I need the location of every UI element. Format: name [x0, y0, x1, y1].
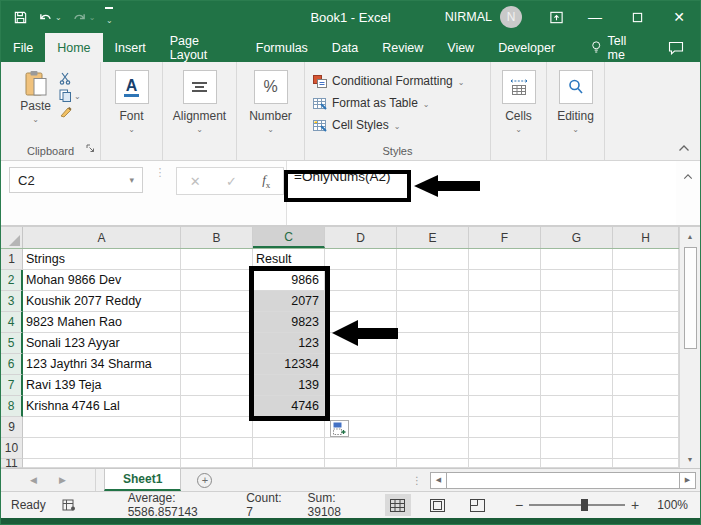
ribbon-display-options-icon[interactable] [538, 1, 574, 33]
name-box[interactable]: C2 ▾ [9, 167, 143, 193]
page-break-preview-icon[interactable] [465, 494, 491, 516]
select-all-button[interactable] [1, 227, 23, 248]
clipboard-dialog-launcher-icon[interactable] [86, 139, 95, 157]
scroll-up-icon[interactable]: ▲ [680, 227, 700, 245]
tab-insert[interactable]: Insert [103, 33, 158, 62]
cell-f7[interactable] [469, 375, 541, 396]
copy-dropdown-icon[interactable]: ⌄ [74, 92, 81, 101]
cell-f10[interactable] [469, 438, 541, 459]
cell-f8[interactable] [469, 396, 541, 417]
cell-e2[interactable] [397, 270, 469, 291]
column-header-g[interactable]: G [541, 227, 613, 248]
tab-data[interactable]: Data [320, 33, 370, 62]
cell-a9[interactable] [23, 417, 181, 438]
cell-e8[interactable] [397, 396, 469, 417]
cell-g5[interactable] [541, 333, 613, 354]
row-header-9[interactable]: 9 [1, 417, 23, 438]
scroll-down-icon[interactable]: ▼ [680, 450, 700, 468]
conditional-formatting-dropdown-icon[interactable]: ⌄ [458, 78, 465, 87]
alignment-dropdown-icon[interactable]: ⌄ [196, 125, 203, 134]
cell-c11[interactable] [253, 459, 325, 468]
cell-c2-active[interactable]: 9866 [253, 270, 325, 291]
maximize-button[interactable] [616, 1, 658, 33]
tell-me-box[interactable]: Tell me [581, 33, 652, 62]
cell-d11[interactable] [325, 459, 397, 468]
cell-g2[interactable] [541, 270, 613, 291]
cell-a6[interactable]: 123 Jaythri 34 Sharma [23, 354, 181, 375]
cell-h5[interactable] [613, 333, 679, 354]
cell-g1[interactable] [541, 249, 613, 270]
cell-d5[interactable] [325, 333, 397, 354]
cell-b7[interactable] [181, 375, 253, 396]
cell-a5[interactable]: Sonali 123 Ayyar [23, 333, 181, 354]
cell-c10[interactable] [253, 438, 325, 459]
cell-d10[interactable] [325, 438, 397, 459]
cell-c7[interactable]: 139 [253, 375, 325, 396]
cell-c6[interactable]: 12334 [253, 354, 325, 375]
cell-g10[interactable] [541, 438, 613, 459]
cell-d2[interactable] [325, 270, 397, 291]
cell-g6[interactable] [541, 354, 613, 375]
font-group[interactable]: A Font ⌄ [101, 62, 163, 160]
cell-b3[interactable] [181, 291, 253, 312]
tab-home[interactable]: Home [45, 33, 102, 62]
cell-f2[interactable] [469, 270, 541, 291]
formula-input[interactable]: =OnlyNums(A2) [286, 161, 676, 225]
row-header-7[interactable]: 7 [1, 375, 23, 396]
column-header-c[interactable]: C [253, 227, 325, 248]
editing-group[interactable]: Editing ⌄ [547, 62, 605, 160]
tab-developer[interactable]: Developer [486, 33, 567, 62]
normal-view-icon[interactable] [385, 494, 411, 516]
row-header-5[interactable]: 5 [1, 333, 23, 354]
tab-page-layout[interactable]: Page Layout [158, 33, 244, 62]
row-header-4[interactable]: 4 [1, 312, 23, 333]
column-header-b[interactable]: B [181, 227, 253, 248]
new-sheet-button[interactable]: + [197, 469, 212, 491]
vertical-scrollbar-thumb[interactable] [684, 247, 697, 349]
cell-b4[interactable] [181, 312, 253, 333]
cell-e11[interactable] [397, 459, 469, 468]
row-header-2[interactable]: 2 [1, 270, 23, 291]
cell-f6[interactable] [469, 354, 541, 375]
alignment-group[interactable]: Alignment ⌄ [163, 62, 237, 160]
cell-b9[interactable] [181, 417, 253, 438]
redo-dropdown-icon[interactable]: ⌄ [89, 13, 96, 22]
cell-a1[interactable]: Strings [23, 249, 181, 270]
redo-button[interactable]: ⌄ [72, 11, 96, 24]
cell-a11[interactable] [23, 459, 181, 468]
cell-a3[interactable]: Koushik 2077 Reddy [23, 291, 181, 312]
cell-e3[interactable] [397, 291, 469, 312]
cell-b2[interactable] [181, 270, 253, 291]
sheet-tab-sheet1[interactable]: Sheet1 [104, 469, 181, 491]
cell-f4[interactable] [469, 312, 541, 333]
format-painter-button[interactable] [59, 106, 81, 119]
status-average[interactable]: Average: 5586.857143 [128, 491, 221, 519]
cell-d6[interactable] [325, 354, 397, 375]
row-header-3[interactable]: 3 [1, 291, 23, 312]
font-dropdown-icon[interactable]: ⌄ [128, 125, 135, 134]
zoom-slider-thumb[interactable] [581, 499, 588, 511]
cell-b1[interactable] [181, 249, 253, 270]
cell-h7[interactable] [613, 375, 679, 396]
cell-g7[interactable] [541, 375, 613, 396]
row-header-8[interactable]: 8 [1, 396, 23, 417]
cell-g3[interactable] [541, 291, 613, 312]
copy-button[interactable]: ⌄ [59, 89, 81, 102]
cell-c4[interactable]: 9823 [253, 312, 325, 333]
status-sum[interactable]: Sum: 39108 [308, 491, 357, 519]
cell-a7[interactable]: Ravi 139 Teja [23, 375, 181, 396]
conditional-formatting-button[interactable]: Conditional Formatting ⌄ [313, 70, 464, 92]
cell-c5[interactable]: 123 [253, 333, 325, 354]
cell-c1[interactable]: Result [253, 249, 325, 270]
cell-b10[interactable] [181, 438, 253, 459]
scroll-left-icon[interactable]: ◀ [430, 472, 447, 489]
cell-f11[interactable] [469, 459, 541, 468]
undo-dropdown-icon[interactable]: ⌄ [55, 13, 62, 22]
cell-b11[interactable] [181, 459, 253, 468]
cell-h1[interactable] [613, 249, 679, 270]
editing-dropdown-icon[interactable]: ⌄ [572, 125, 579, 134]
collapse-ribbon-icon[interactable] [678, 142, 690, 154]
tab-review[interactable]: Review [370, 33, 435, 62]
cell-g4[interactable] [541, 312, 613, 333]
row-header-1[interactable]: 1 [1, 249, 23, 270]
